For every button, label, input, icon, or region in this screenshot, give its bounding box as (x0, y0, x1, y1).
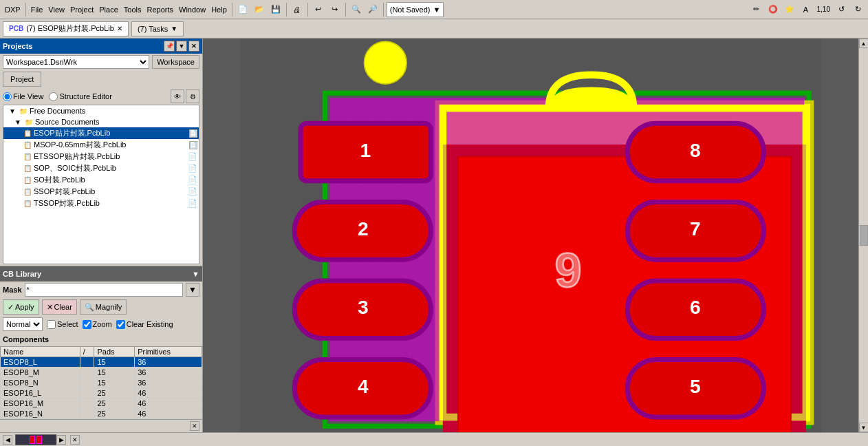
tasks-tab[interactable]: (7) Tasks ▼ (131, 21, 184, 36)
toolbar-view[interactable]: View (46, 2, 67, 17)
toolbar-zoom-out[interactable]: 🔎 (365, 2, 380, 17)
tasks-dropdown-icon[interactable]: ▼ (171, 25, 177, 32)
toolbar-right5[interactable]: ↺ (834, 2, 849, 17)
table-row[interactable]: ESOP8_N1536 (1, 378, 202, 388)
tree-file-ssop[interactable]: 📋 SSOP封装.PcbLib 📄 (3, 186, 199, 198)
cb-library-header[interactable]: CB Library ▼ (0, 266, 202, 282)
scroll-up-btn[interactable]: ▲ (859, 39, 869, 48)
magnify-button[interactable]: 🔍 Magnify (80, 299, 127, 315)
main-toolbar: DXP File View Project Place Tools Report… (0, 0, 868, 19)
toolbar-zoom-in[interactable]: 🔍 (349, 2, 364, 17)
comp-pads-cell: 25 (94, 399, 135, 409)
toolbar-help[interactable]: Help (209, 2, 229, 17)
toolbar-place[interactable]: Place (97, 2, 120, 17)
toolbar-right1[interactable]: ✏ (749, 2, 764, 17)
pcb-lib-tab[interactable]: PCB (7) ESOP贴片封装.PcbLib ✕ (3, 21, 129, 36)
file-tree: ▼ 📁 Free Documents ▼ 📁 Source Documents … (3, 105, 199, 264)
panel-pin-btn[interactable]: 📌 (164, 41, 175, 52)
tree-file-msop[interactable]: 📋 MSOP-0.65mm封装.PcbLib 📄 (3, 139, 199, 151)
statusbar: ◀ ▶ ✕ (0, 432, 868, 446)
right-scrollbar: ▲ ▼ (858, 39, 868, 432)
toolbar-reports[interactable]: Reports (144, 2, 175, 17)
toolbar-right3[interactable]: ⭐ (782, 2, 797, 17)
mask-dropdown-btn[interactable]: ▼ (186, 283, 199, 297)
toolbar-icon2[interactable]: 📂 (252, 2, 267, 17)
eye-icon-btn[interactable]: 👁 (171, 89, 184, 103)
workspace-button[interactable]: Workspace (152, 55, 199, 69)
col-pads[interactable]: Pads (94, 347, 135, 357)
statusbar-right-btn[interactable]: ▶ (56, 435, 66, 445)
panel-bottom: ✕ (0, 419, 202, 432)
toolbar-icon1[interactable]: 📄 (235, 2, 250, 17)
folder-source-icon: 📁 (24, 117, 34, 127)
zoom-checkbox[interactable]: Zoom (83, 320, 112, 329)
comp-primitives-cell: 36 (135, 378, 202, 388)
workspace-select[interactable]: Workspace1.DsnWrk (3, 55, 149, 69)
not-saved-dropdown[interactable]: (Not Saved) ▼ (387, 2, 444, 17)
toolbar-right2[interactable]: ⭕ (766, 2, 781, 17)
document-toolbar: PCB (7) ESOP贴片封装.PcbLib ✕ (7) Tasks ▼ (0, 19, 868, 39)
panel-menu-btn[interactable]: ▼ (176, 41, 187, 52)
table-row[interactable]: ESOP8_M1536 (1, 368, 202, 378)
svg-text:8: 8 (690, 140, 701, 161)
scroll-down-btn[interactable]: ▼ (859, 423, 869, 432)
file-status-icon7: 📄 (188, 199, 197, 208)
select-checkbox[interactable]: Select (47, 320, 78, 329)
sep6 (383, 3, 384, 17)
file-status-icon3: 📄 (188, 152, 197, 161)
toolbar-tools[interactable]: Tools (122, 2, 144, 17)
statusbar-left-btn[interactable]: ◀ (3, 435, 12, 445)
project-button[interactable]: Project (3, 72, 41, 87)
pcb-thumbnail (15, 434, 56, 445)
col-primitives[interactable]: Primitives (135, 347, 202, 357)
table-row[interactable]: ESOP16_M2546 (1, 399, 202, 409)
table-header-row: Name / Pads Primitives (1, 347, 202, 357)
magnify-icon: 🔍 (85, 303, 94, 312)
table-row[interactable]: ESOP16_L2546 (1, 388, 202, 399)
toolbar-file[interactable]: File (29, 2, 45, 17)
apply-button[interactable]: ✓ Apply (3, 299, 39, 315)
workspace-row: Workspace1.DsnWrk Workspace (0, 54, 202, 70)
toolbar-window[interactable]: Window (177, 2, 208, 17)
toolbar-right4[interactable]: A (799, 2, 814, 17)
toolbar-icon3[interactable]: 💾 (268, 2, 283, 17)
statusbar-close-btn[interactable]: ✕ (70, 435, 80, 445)
bottom-close-btn[interactable]: ✕ (190, 421, 199, 431)
panel-close-btn[interactable]: ✕ (188, 41, 199, 52)
normal-select[interactable]: Normal (3, 317, 43, 331)
tab-close-icon[interactable]: ✕ (117, 25, 122, 32)
comp-sort-cell (80, 399, 94, 409)
tree-item-free-docs[interactable]: ▼ 📁 Free Documents (3, 105, 199, 116)
clear-icon: ✕ (47, 303, 53, 312)
scroll-thumb[interactable] (860, 225, 868, 246)
comp-primitives-cell: 46 (135, 409, 202, 419)
structure-editor-tab[interactable]: Structure Editor (49, 92, 111, 101)
tree-file-so[interactable]: 📋 SO封装.PcbLib 📄 (3, 174, 199, 186)
tree-file-esop8l[interactable]: 📋 ESOP贴片封装.PcbLib 📄 (3, 127, 199, 139)
tree-file-etssop[interactable]: 📋 ETSSOP贴片封装.PcbLib 📄 (3, 151, 199, 162)
pcb-svg: 1 2 3 4 5 6 7 8 9 9 (203, 39, 858, 432)
pcb-canvas[interactable]: 1 2 3 4 5 6 7 8 9 9 (203, 39, 858, 432)
mask-input[interactable] (25, 283, 183, 297)
col-name[interactable]: Name (1, 347, 80, 357)
settings-icon-btn[interactable]: ⚙ (186, 89, 199, 103)
toolbar-undo[interactable]: ↩ (311, 2, 326, 17)
tree-item-source-docs[interactable]: ▼ 📁 Source Documents (3, 116, 199, 127)
toolbar-right6[interactable]: ↻ (850, 2, 865, 17)
toolbar-dxp[interactable]: DXP (3, 2, 23, 17)
toolbar-project[interactable]: Project (68, 2, 96, 17)
file-view-tab[interactable]: File View (3, 92, 43, 101)
mask-row: Mask ▼ (0, 282, 202, 298)
table-row[interactable]: ESOP16_N2546 (1, 409, 202, 419)
clear-button[interactable]: ✕ Clear (42, 299, 77, 315)
tree-file-tssop[interactable]: 📋 TSSOP封装.PcbLib 📄 (3, 198, 199, 209)
tree-file-sop[interactable]: 📋 SOP、SOIC封装.PcbLib 📄 (3, 162, 199, 174)
toolbar-print[interactable]: 🖨 (290, 2, 305, 17)
table-row[interactable]: ESOP8_L1536 (1, 357, 202, 368)
file-status-icon: 📄 (189, 129, 197, 138)
col-sort[interactable]: / (80, 347, 94, 357)
sep3 (286, 3, 287, 17)
clear-existing-checkbox[interactable]: Clear Existing (116, 320, 173, 329)
file-status-icon6: 📄 (188, 187, 197, 196)
toolbar-redo[interactable]: ↪ (327, 2, 343, 17)
